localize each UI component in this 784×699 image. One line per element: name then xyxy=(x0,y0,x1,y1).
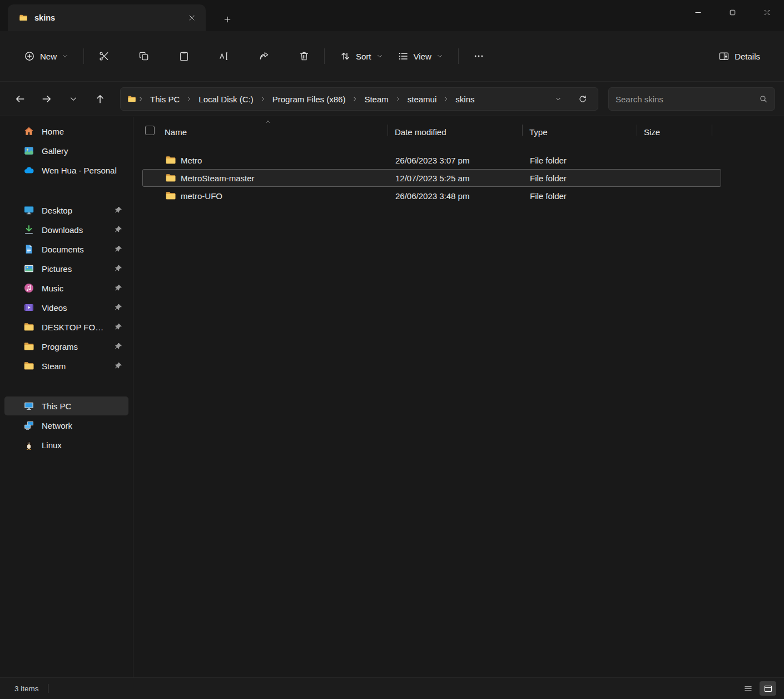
breadcrumb-program-files[interactable]: Program Files (x86) xyxy=(267,92,351,106)
details-pane-button[interactable]: Details xyxy=(711,44,767,68)
trash-icon xyxy=(299,51,310,62)
sidebar-item-steam[interactable]: Steam xyxy=(4,356,128,375)
sidebar-item-this-pc[interactable]: This PC xyxy=(4,396,128,415)
breadcrumb-skins[interactable]: skins xyxy=(450,92,479,106)
search-icon xyxy=(759,95,768,103)
pin-icon xyxy=(114,284,123,293)
chevron-down-icon xyxy=(376,53,383,60)
chevron-right-icon xyxy=(443,96,449,102)
more-options-button[interactable] xyxy=(467,44,491,68)
pin-icon xyxy=(114,303,123,312)
new-tab-button[interactable] xyxy=(218,11,237,28)
sidebar-item-linux[interactable]: Linux xyxy=(4,435,128,454)
sidebar-section-gap xyxy=(0,376,133,396)
sidebar-item-programs[interactable]: Programs xyxy=(4,337,128,356)
chevron-down-icon xyxy=(69,95,78,103)
sidebar-item-label: Wen Hua - Personal xyxy=(42,166,117,175)
sidebar-item-videos[interactable]: Videos xyxy=(4,298,128,317)
folder-icon xyxy=(23,360,34,371)
address-dropdown-button[interactable] xyxy=(550,91,567,107)
sidebar-item-label: Pictures xyxy=(42,264,72,274)
cut-button[interactable] xyxy=(92,44,116,68)
view-button[interactable]: View xyxy=(390,44,450,68)
sort-icon xyxy=(340,51,351,62)
up-button[interactable] xyxy=(89,88,111,110)
sidebar-item-home[interactable]: Home xyxy=(4,122,128,141)
sidebar-item-desktop-folder[interactable]: DESKTOP FOLDER xyxy=(4,318,128,336)
forward-button[interactable] xyxy=(36,88,58,110)
details-view-toggle[interactable] xyxy=(740,681,756,696)
breadcrumb-steamui[interactable]: steamui xyxy=(403,92,442,106)
recent-locations-button[interactable] xyxy=(62,88,85,110)
tab-close-button[interactable] xyxy=(183,9,200,26)
file-row-metrosteam-master[interactable]: MetroSteam-master 12/07/2023 5:25 am Fil… xyxy=(142,169,721,187)
breadcrumb-this-pc[interactable]: This PC xyxy=(145,92,185,106)
file-name: MetroSteam-master xyxy=(181,173,255,183)
file-name: metro-UFO xyxy=(181,191,222,201)
command-toolbar: New Sort View Details xyxy=(0,31,784,82)
column-header-name[interactable]: Name xyxy=(165,117,388,143)
chevron-down-icon xyxy=(436,53,443,60)
chevron-down-icon xyxy=(62,53,68,60)
column-label-date: Date modified xyxy=(395,124,446,137)
videos-icon xyxy=(23,302,34,313)
pin-icon xyxy=(114,342,123,351)
status-bar: 3 items xyxy=(0,677,784,699)
chevron-right-icon xyxy=(186,96,192,102)
minimize-button[interactable] xyxy=(681,0,715,24)
refresh-button[interactable] xyxy=(574,91,591,107)
select-all-checkbox[interactable] xyxy=(142,117,165,143)
share-button[interactable] xyxy=(252,44,276,68)
delete-button[interactable] xyxy=(292,44,316,68)
sidebar-item-network[interactable]: Network xyxy=(4,416,128,435)
column-header-date-modified[interactable]: Date modified xyxy=(388,117,523,143)
breadcrumb-steam[interactable]: Steam xyxy=(359,92,393,106)
column-header-size[interactable]: Size xyxy=(637,117,712,143)
sidebar-item-label: Downloads xyxy=(42,225,83,235)
rename-icon xyxy=(219,51,230,62)
view-icon xyxy=(398,51,409,62)
sidebar-item-label: This PC xyxy=(42,401,71,411)
sidebar-item-downloads[interactable]: Downloads xyxy=(4,220,128,239)
file-rows: Metro 26/06/2023 3:07 pm File folder Met… xyxy=(142,151,721,205)
pane-view-icon xyxy=(763,684,773,693)
copy-icon xyxy=(138,51,150,62)
plus-circle-icon xyxy=(24,51,35,62)
rename-button[interactable] xyxy=(212,44,236,68)
share-icon xyxy=(259,51,270,62)
sidebar-item-onedrive[interactable]: Wen Hua - Personal xyxy=(4,161,128,180)
column-headers: Name Date modified Type Size xyxy=(142,117,784,143)
paste-button[interactable] xyxy=(172,44,196,68)
sort-button[interactable]: Sort xyxy=(333,44,390,68)
file-row-metro[interactable]: Metro 26/06/2023 3:07 pm File folder xyxy=(142,151,721,169)
breadcrumb[interactable]: This PC Local Disk (C:) Program Files (x… xyxy=(120,87,598,111)
toolbar-separator xyxy=(83,48,84,64)
sidebar-item-music[interactable]: Music xyxy=(4,279,128,298)
view-button-label: View xyxy=(414,52,431,61)
new-button[interactable]: New xyxy=(17,44,76,68)
sidebar-item-desktop[interactable]: Desktop xyxy=(4,201,128,220)
close-button[interactable] xyxy=(750,0,784,24)
copy-button[interactable] xyxy=(132,44,156,68)
sidebar-item-gallery[interactable]: Gallery xyxy=(4,141,128,160)
maximize-button[interactable] xyxy=(715,0,750,24)
breadcrumb-local-disk[interactable]: Local Disk (C:) xyxy=(193,92,258,106)
file-row-metro-ufo[interactable]: metro-UFO 26/06/2023 3:48 pm File folder xyxy=(142,187,721,205)
folder-icon xyxy=(165,172,176,184)
ellipsis-icon xyxy=(473,51,484,62)
pictures-icon xyxy=(23,263,34,274)
sidebar-item-pictures[interactable]: Pictures xyxy=(4,259,128,278)
file-date-modified: 26/06/2023 3:07 pm xyxy=(389,156,523,165)
back-button[interactable] xyxy=(9,88,31,110)
file-list-pane: Name Date modified Type Size Metro xyxy=(133,117,784,677)
file-name: Metro xyxy=(181,156,202,165)
search-input[interactable] xyxy=(616,95,755,104)
column-header-type[interactable]: Type xyxy=(523,117,637,143)
sidebar-item-documents[interactable]: Documents xyxy=(4,240,128,259)
maximize-icon xyxy=(728,8,737,17)
sidebar-item-label: Steam xyxy=(42,361,66,371)
explorer-tab[interactable]: skins xyxy=(8,4,206,31)
chevron-right-icon xyxy=(351,96,358,102)
large-icons-view-toggle[interactable] xyxy=(760,681,776,696)
close-icon xyxy=(762,8,772,17)
